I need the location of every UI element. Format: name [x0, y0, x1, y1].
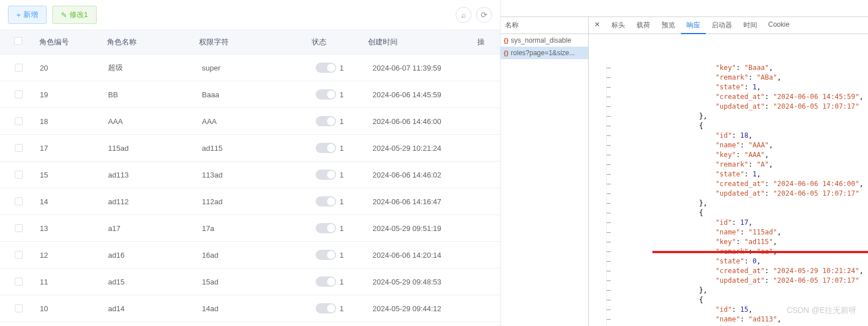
tab-response[interactable]: 响应 [681, 17, 706, 34]
cell-name: BB [108, 90, 202, 99]
cell-perm: Baaa [202, 90, 316, 99]
state-label: 1 [340, 117, 344, 126]
state-switch[interactable] [316, 196, 336, 207]
request-label: roles?page=1&size... [511, 49, 574, 57]
table-row[interactable]: 18AAAAAA12024-06-06 14:46:00 [0, 108, 500, 135]
json-line: – "remark": "A", [593, 160, 864, 170]
row-checkbox[interactable] [15, 171, 23, 179]
cell-perm: 14ad [202, 304, 316, 313]
request-label: sys_normal_disable [511, 36, 571, 44]
cell-name: AAA [108, 117, 202, 126]
add-button[interactable]: + 新增 [8, 6, 47, 24]
tab-cookies[interactable]: Cookie [763, 17, 795, 34]
json-line: – "updated_at": "2024-06-05 17:07:17" [593, 189, 864, 199]
json-line: – "updated_at": "2024-06-05 17:07:17" [593, 102, 864, 112]
table-body: 20超级super12024-06-07 11:39:5919BBBaaa120… [0, 55, 500, 322]
cell-name: ad112 [108, 197, 202, 206]
cell-id: 18 [37, 117, 108, 126]
json-line: – { [593, 295, 864, 305]
state-switch[interactable] [316, 116, 336, 126]
state-switch[interactable] [316, 223, 336, 233]
devtools-panel: 名称 {}sys_normal_disable{}roles?page=1&si… [501, 0, 869, 326]
json-line: – "state": 0, [593, 257, 864, 266]
cell-name: 超级 [108, 63, 202, 73]
response-json[interactable]: – "key": "Baaa",– "remark": "ABa",– "sta… [589, 34, 869, 326]
json-line: – "remark": "ABa", [593, 73, 864, 82]
refresh-button[interactable]: ⟳ [476, 7, 492, 23]
cell-id: 15 [37, 171, 108, 179]
json-line: – "state": 1, [593, 170, 864, 179]
name-header: 名称 [501, 17, 588, 34]
cell-id: 11 [37, 278, 108, 286]
state-label: 1 [340, 304, 344, 313]
state-switch[interactable] [316, 143, 336, 153]
close-button[interactable]: ✕ [589, 17, 606, 34]
table-header: 角色编号 角色名称 权限字符 状态 创建时间 操 [0, 30, 500, 55]
request-item[interactable]: {}sys_normal_disable [501, 34, 588, 47]
cell-created: 2024-06-06 14:46:00 [373, 117, 483, 126]
request-item[interactable]: {}roles?page=1&size... [501, 47, 588, 59]
tab-timing[interactable]: 时间 [738, 17, 763, 34]
json-line: – "id": 17, [593, 218, 864, 228]
cell-name: a17 [108, 224, 202, 233]
tab-payload[interactable]: 载荷 [631, 17, 656, 34]
add-label: 新增 [23, 10, 38, 20]
table-row[interactable]: 17115adad11512024-05-29 10:21:24 [0, 135, 500, 162]
toolbar: + 新增 ✎ 修改1 ⌕ ⟳ [0, 0, 500, 30]
json-icon: {} [504, 37, 509, 44]
state-switch[interactable] [316, 63, 336, 73]
table-row[interactable]: 20超级super12024-06-07 11:39:59 [0, 55, 500, 81]
row-checkbox[interactable] [15, 64, 23, 72]
cell-perm: 112ad [202, 197, 316, 206]
json-line: – "id": 18, [593, 131, 864, 141]
state-switch[interactable] [316, 303, 336, 313]
cell-perm: 15ad [202, 278, 316, 286]
cell-id: 10 [37, 304, 108, 313]
row-checkbox[interactable] [15, 144, 23, 152]
state-switch[interactable] [316, 89, 336, 100]
edit-button[interactable]: ✎ 修改1 [52, 6, 97, 24]
json-line: – "key": "AAA", [593, 150, 864, 160]
state-label: 1 [340, 251, 344, 259]
json-line: – "name": "115ad", [593, 228, 864, 237]
refresh-icon: ⟳ [481, 10, 487, 19]
state-switch[interactable] [316, 250, 336, 260]
cell-id: 12 [37, 251, 108, 259]
cell-id: 19 [37, 90, 108, 99]
table-row[interactable]: 11ad1515ad12024-05-29 09:48:53 [0, 269, 500, 295]
cell-name: ad113 [108, 171, 202, 179]
state-switch[interactable] [316, 170, 336, 180]
state-switch[interactable] [316, 277, 336, 287]
edit-label: 修改1 [69, 10, 88, 20]
row-checkbox[interactable] [15, 224, 23, 232]
tab-preview[interactable]: 预览 [656, 17, 681, 34]
close-icon: ✕ [594, 20, 600, 28]
table-row[interactable]: 13a1717a12024-05-29 09:51:19 [0, 215, 500, 242]
row-checkbox[interactable] [15, 117, 23, 125]
row-checkbox[interactable] [15, 278, 23, 286]
row-checkbox[interactable] [15, 197, 23, 205]
tab-headers[interactable]: 标头 [606, 17, 631, 34]
cell-perm: ad115 [202, 144, 316, 152]
json-line: – }, [593, 112, 864, 121]
col-op-header: 操 [477, 37, 499, 47]
json-line: – "state": 1, [593, 82, 864, 92]
cell-name: 115ad [108, 144, 202, 152]
search-button[interactable]: ⌕ [456, 7, 472, 23]
row-checkbox[interactable] [15, 90, 23, 98]
select-all-checkbox[interactable] [14, 37, 22, 45]
row-checkbox[interactable] [15, 251, 23, 259]
row-checkbox[interactable] [15, 304, 23, 312]
table-row[interactable]: 19BBBaaa12024-06-06 14:45:59 [0, 81, 500, 108]
cell-name: ad14 [108, 304, 202, 313]
plus-icon: + [16, 11, 21, 19]
json-line: – "key": "ad115", [593, 237, 864, 247]
tab-initiator[interactable]: 启动器 [706, 17, 738, 34]
app-panel: + 新增 ✎ 修改1 ⌕ ⟳ 角色编号 角色名称 权限字符 状态 创建时间 操 … [0, 0, 501, 326]
cell-perm: 113ad [202, 171, 316, 179]
json-line: – "created_at": "2024-06-06 14:46:00", [593, 179, 864, 189]
table-row[interactable]: 10ad1414ad12024-05-29 09:44:12 [0, 295, 500, 322]
table-row[interactable]: 12ad1616ad12024-06-06 14:20:14 [0, 242, 500, 269]
table-row[interactable]: 15ad113113ad12024-06-06 14:46:02 [0, 162, 500, 188]
table-row[interactable]: 14ad112112ad12024-06-06 14:16:47 [0, 188, 500, 215]
